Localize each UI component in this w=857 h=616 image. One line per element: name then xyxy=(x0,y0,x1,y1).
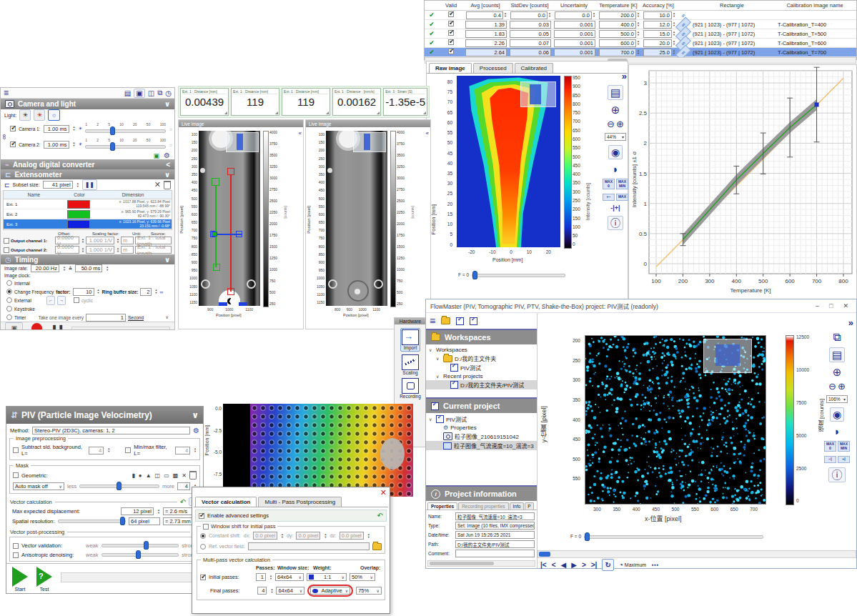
camera-settings-gear-icon[interactable]: ⚙ xyxy=(164,152,170,159)
final-weight-select[interactable]: Adaptive∨ xyxy=(310,587,350,595)
offset-input[interactable]: 0.0000 V xyxy=(55,246,79,254)
subtract-background-checkbox[interactable] xyxy=(13,447,19,453)
colormap-icon[interactable]: ◗ xyxy=(833,426,840,437)
rect-mask-icon[interactable]: ▭ xyxy=(164,472,169,479)
image-rate-input[interactable]: 20.00 Hz xyxy=(31,264,59,272)
field-value[interactable]: 粒子图像_气流速度=10_湍流=3 xyxy=(455,512,535,520)
slit-mask-icon[interactable]: ◫ xyxy=(155,472,161,479)
image-clock-option[interactable]: Keystroke xyxy=(1,304,174,313)
record-button[interactable] xyxy=(31,323,42,331)
image-clock-option[interactable]: Internal xyxy=(1,279,174,287)
live-specimen-image[interactable] xyxy=(199,131,260,306)
uncertainty-cell[interactable]: 0.001 xyxy=(552,30,596,38)
extensometer-row[interactable]: Ext. 2x: 965.90 Pixel, y: 579.29 Pixel82… xyxy=(4,209,172,219)
method-gear-icon[interactable]: ⚙ xyxy=(193,427,199,434)
first-frame-button[interactable]: |< xyxy=(540,561,547,569)
avg-cell[interactable]: 0.4▲▼ xyxy=(463,11,507,19)
delete-mask-icon[interactable]: ✕ xyxy=(182,472,187,479)
automask-slider[interactable] xyxy=(79,485,159,488)
image-clock-option[interactable]: TimerTake one image every1Second∨ xyxy=(1,313,174,322)
fm-zoom-inset-overlay[interactable] xyxy=(703,339,752,373)
green-roi-marker[interactable] xyxy=(213,264,220,271)
column-header[interactable]: Calibration image name xyxy=(773,2,856,9)
calibration-row[interactable]: ✔2.260.070.001600.0▲▼20.0▲▼∞(921 | 1023)… xyxy=(425,39,856,48)
tree-item[interactable]: ⚙Properties xyxy=(426,424,537,432)
new-workspace-icon[interactable] xyxy=(441,317,450,324)
subset-size-input[interactable]: 41 pixel xyxy=(43,181,73,189)
zoom-interactive-icon[interactable]: ⊕ xyxy=(833,367,842,377)
minmax-filter-checkbox[interactable] xyxy=(125,447,131,453)
scaling-input[interactable]: 1.000 1/V xyxy=(86,246,114,254)
valid-checkbox[interactable] xyxy=(439,11,463,19)
initial-passes-checkbox[interactable] xyxy=(200,575,206,580)
tree-item[interactable]: 粒子图像_210619151042 xyxy=(426,432,537,441)
light-red-icon[interactable]: ☀ xyxy=(34,109,45,121)
camera-enable-checkbox[interactable] xyxy=(10,141,16,147)
minimize-button[interactable]: – xyxy=(812,302,823,309)
info-icon[interactable]: ⓘ xyxy=(608,216,623,230)
max-0-button[interactable]: MAX 0 xyxy=(824,441,836,452)
tab-raw-image[interactable]: Raw image xyxy=(429,63,472,73)
cyclic-checkbox[interactable] xyxy=(74,297,79,303)
measurement-box[interactable]: Ext. 1 : Distance [mm]0.00439 xyxy=(180,88,229,116)
valid-checkbox[interactable] xyxy=(439,30,463,37)
more-options-button[interactable]: ⋯ xyxy=(651,561,658,569)
vector-validation-checkbox[interactable] xyxy=(13,543,19,549)
zoom-level-select[interactable]: 106%▾ xyxy=(826,395,848,403)
tree-item[interactable]: D:/我的主文件夹/PIV测试 xyxy=(426,380,537,389)
subset-spinner[interactable]: ▲▼ xyxy=(76,182,79,188)
fm-frame-slider[interactable] xyxy=(584,535,763,539)
extensometer-header[interactable]: ⊏Extensometer ∨ xyxy=(1,169,174,179)
bar-mask-icon[interactable]: ▮ xyxy=(132,472,134,479)
apply-icon[interactable]: ▣ xyxy=(154,152,160,159)
geometric-mask-checkbox[interactable] xyxy=(13,472,19,478)
tree-item[interactable]: ∨PIV测试 xyxy=(426,414,537,424)
tab-recording-properties[interactable]: Recording properties xyxy=(458,502,508,510)
tab-info[interactable]: Info xyxy=(510,502,525,510)
stddev-cell[interactable]: 0.05 xyxy=(507,30,552,38)
temperature-cell[interactable]: 400.0▲▼ xyxy=(596,21,640,29)
ring-buffer-input[interactable]: 2 xyxy=(140,288,152,296)
import-project-icon[interactable] xyxy=(470,317,477,325)
exposure-input[interactable]: 1.00 ms xyxy=(44,125,69,133)
workspaces-header[interactable]: Workspaces xyxy=(426,329,537,344)
tree-item[interactable]: ∨D:/我的主文件夹 xyxy=(426,354,537,363)
tree-item[interactable]: ∨Workspaces xyxy=(426,346,537,354)
avg-cell[interactable]: 1.39 xyxy=(463,21,507,29)
vector-field-image[interactable] xyxy=(223,404,413,497)
project-info-header[interactable]: i Project information xyxy=(426,485,537,501)
red-roi-marker[interactable] xyxy=(227,168,234,175)
dy-input[interactable]: 0.0 pixel xyxy=(296,532,320,540)
measurement-box[interactable]: Ext. 3 : Strain [S]-1.35e-5 xyxy=(383,88,427,116)
browse-folder-icon[interactable] xyxy=(372,543,382,550)
start-button[interactable] xyxy=(12,567,28,587)
collapse-left-icon[interactable]: « xyxy=(426,130,429,136)
new-project-icon[interactable] xyxy=(456,317,464,325)
valid-checkbox[interactable] xyxy=(439,21,463,28)
dz-input[interactable]: 0.0 pixel xyxy=(340,532,364,540)
period-input[interactable]: 50.0 ms xyxy=(75,264,102,272)
timer-icon[interactable]: ◷ xyxy=(165,89,172,97)
image-mask-icon[interactable]: ▩ xyxy=(173,472,179,479)
info-icon[interactable]: ⓘ xyxy=(828,467,845,482)
extensometer-row[interactable]: Ext. 1x: 1017.88 Pixel, y: 623.84 Pixel1… xyxy=(4,199,172,209)
maximize-button[interactable]: □ xyxy=(826,302,836,309)
last-frame-button[interactable]: >| xyxy=(591,561,598,569)
automask-select[interactable]: Auto mask off∨ xyxy=(13,482,64,490)
accuracy-cell[interactable]: 25.0▲▼ xyxy=(640,49,676,56)
final-passes-input[interactable]: 4 xyxy=(257,587,267,595)
column-header[interactable]: StdDev [counts] xyxy=(507,2,552,9)
channel-enable-checkbox[interactable] xyxy=(4,238,9,244)
eye-icon[interactable]: ◉ xyxy=(608,145,623,159)
stddev-cell[interactable]: 0.03 xyxy=(507,21,552,29)
uncertainty-cell[interactable]: 0.001 xyxy=(552,21,596,29)
undo-icon[interactable]: ↶ xyxy=(180,498,186,506)
zoom-inset-overlay[interactable] xyxy=(520,81,556,107)
spatial-value[interactable]: 64 pixel xyxy=(129,517,160,525)
colormap-icon[interactable]: ◗ xyxy=(612,164,618,174)
display-layout-icon[interactable]: ▤ xyxy=(829,347,845,362)
final-overlap-select[interactable]: 75%∨ xyxy=(356,587,382,595)
column-header[interactable]: Avg [counts] xyxy=(463,2,507,9)
image-clock-option[interactable]: External⌐¬cyclic xyxy=(1,296,174,304)
window-shift-checkbox[interactable] xyxy=(203,524,209,530)
